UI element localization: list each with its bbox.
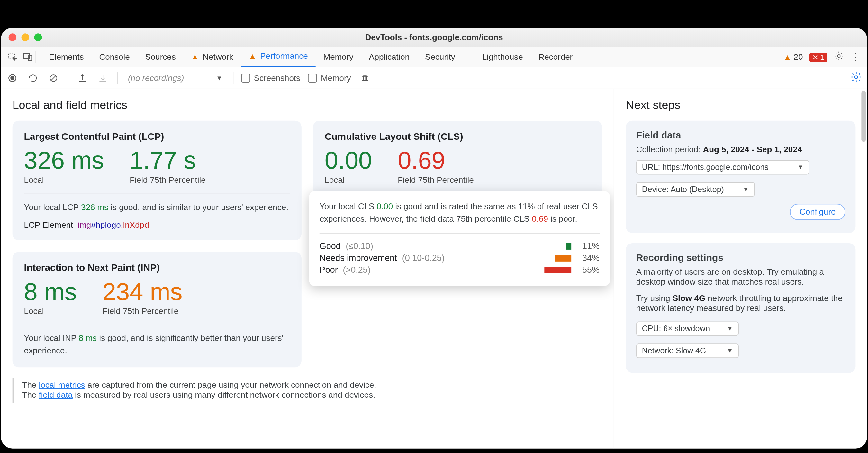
inp-title: Interaction to Next Paint (INP) — [24, 262, 290, 273]
window-title: DevTools - fonts.google.com/icons — [1, 32, 867, 42]
titlebar: DevTools - fonts.google.com/icons — [1, 28, 867, 47]
inp-card: Interaction to Next Paint (INP) 8 ms Loc… — [12, 252, 302, 367]
cls-local-label: Local — [325, 175, 372, 185]
record-button-icon[interactable] — [6, 72, 19, 85]
memory-checkbox[interactable]: Memory — [308, 73, 351, 83]
lcp-title: Largest Contentful Paint (LCP) — [24, 131, 290, 142]
tab-application[interactable]: Application — [361, 46, 417, 67]
separator — [117, 72, 118, 84]
panel-tabs-bar: ElementsConsoleSources▲Network▲Performan… — [1, 47, 867, 67]
cls-title: Cumulative Layout Shift (CLS) — [325, 131, 591, 142]
tab-network[interactable]: ▲Network — [184, 46, 241, 67]
separator — [233, 72, 234, 84]
recordings-dropdown[interactable]: (no recordings)▼ — [125, 73, 225, 83]
warning-triangle-icon: ▲ — [191, 52, 199, 61]
reload-record-icon[interactable] — [27, 72, 39, 85]
lcp-card: Largest Contentful Paint (LCP) 326 ms Lo… — [12, 121, 302, 240]
cls-field-label: Field 75th Percentile — [398, 175, 474, 185]
issues-error-badge[interactable]: ✕ 1 — [809, 52, 827, 62]
cpu-throttle-select[interactable]: CPU: 6× slowdown▼ — [636, 321, 739, 336]
recording-hint-1: A majority of users are on desktop. Try … — [636, 267, 845, 287]
next-steps-sidebar: Next steps Field data Collection period:… — [614, 89, 867, 449]
cls-local-value: 0.00 — [325, 147, 372, 174]
lcp-local-value: 326 ms — [24, 147, 104, 174]
tab-lighthouse[interactable]: Lighthouse — [474, 46, 531, 67]
tab-security[interactable]: Security — [417, 46, 463, 67]
inp-local-label: Local — [24, 306, 77, 316]
svg-point-3 — [837, 55, 840, 57]
svg-rect-1 — [24, 53, 30, 59]
inp-description: Your local INP 8 ms is good, and is sign… — [24, 332, 290, 357]
device-select[interactable]: Device: Auto (Desktop)▼ — [636, 182, 755, 197]
tab-console[interactable]: Console — [92, 46, 137, 67]
issues-warning-badge[interactable]: ▲ 20 — [784, 52, 803, 62]
inp-field-value: 234 ms — [102, 278, 183, 304]
inp-field-label: Field 75th Percentile — [102, 306, 183, 316]
svg-point-5 — [10, 76, 14, 80]
collection-period: Collection period: Aug 5, 2024 - Sep 1, … — [636, 144, 845, 155]
main-panel: Local and field metrics Largest Contentf… — [1, 89, 614, 449]
svg-point-7 — [855, 75, 858, 78]
lcp-field-value: 1.77 s — [129, 147, 206, 174]
screenshots-checkbox[interactable]: Screenshots — [241, 73, 300, 83]
recording-settings-title: Recording settings — [636, 252, 845, 263]
more-menu-icon[interactable]: ⋮ — [850, 51, 861, 63]
tab-recorder[interactable]: Recorder — [531, 46, 581, 67]
inspect-element-icon[interactable] — [5, 47, 20, 67]
lcp-field-label: Field 75th Percentile — [129, 175, 206, 185]
cls-field-value: 0.69 — [398, 147, 474, 174]
separator — [67, 72, 68, 84]
tab-performance[interactable]: ▲Performance — [241, 46, 316, 67]
local-metrics-link[interactable]: local metrics — [38, 380, 85, 390]
tab-memory[interactable]: Memory — [316, 46, 361, 67]
cls-dist-row: Needs improvement (0.10-0.25) 34% — [319, 253, 599, 263]
collect-garbage-icon[interactable] — [359, 72, 372, 85]
performance-toolbar: (no recordings)▼ Screenshots Memory — [1, 67, 867, 89]
recording-settings-panel: Recording settings A majority of users a… — [626, 243, 856, 373]
recording-hint-2: Try using Slow 4G network throttling to … — [636, 293, 845, 313]
warning-triangle-icon: ▲ — [248, 52, 256, 61]
cls-distribution-tooltip: Your local CLS 0.00 is good and is rated… — [309, 191, 610, 286]
inp-local-value: 8 ms — [24, 278, 77, 304]
clear-icon[interactable] — [47, 72, 60, 85]
cls-dist-row: Good (≤0.10) 11% — [319, 241, 599, 251]
cls-tooltip-text: Your local CLS 0.00 is good and is rated… — [319, 200, 599, 225]
tab-elements[interactable]: Elements — [41, 46, 91, 67]
field-data-panel: Field data Collection period: Aug 5, 202… — [626, 121, 856, 233]
scrollbar-thumb[interactable] — [861, 91, 866, 142]
sidebar-heading: Next steps — [626, 98, 856, 112]
svg-rect-2 — [28, 56, 32, 61]
section-heading: Local and field metrics — [12, 98, 602, 112]
network-throttle-select[interactable]: Network: Slow 4G▼ — [636, 344, 739, 358]
capture-settings-gear-icon[interactable] — [850, 71, 862, 85]
url-select[interactable]: URL: https://fonts.google.com/icons▼ — [636, 160, 809, 174]
field-data-title: Field data — [636, 130, 845, 141]
tab-sources[interactable]: Sources — [137, 46, 184, 67]
lcp-description: Your local LCP 326 ms is good, and is si… — [24, 201, 290, 214]
devtools-window: DevTools - fonts.google.com/icons Elemen… — [1, 28, 867, 448]
configure-button[interactable]: Configure — [790, 204, 845, 220]
lcp-local-label: Local — [24, 175, 104, 185]
settings-gear-icon[interactable] — [834, 51, 844, 63]
cls-dist-row: Poor (>0.25) 55% — [319, 265, 599, 275]
separator — [35, 51, 36, 63]
field-data-link[interactable]: field data — [38, 390, 72, 400]
metrics-footnote: The local metrics are captured from the … — [12, 378, 602, 402]
lcp-element[interactable]: LCP Element img#hplogo.lnXdpd — [24, 220, 290, 230]
panel-tabs: ElementsConsoleSources▲Network▲Performan… — [41, 46, 580, 67]
download-profile-icon[interactable] — [96, 72, 109, 85]
device-toolbar-icon[interactable] — [20, 47, 36, 67]
upload-profile-icon[interactable] — [76, 72, 89, 85]
